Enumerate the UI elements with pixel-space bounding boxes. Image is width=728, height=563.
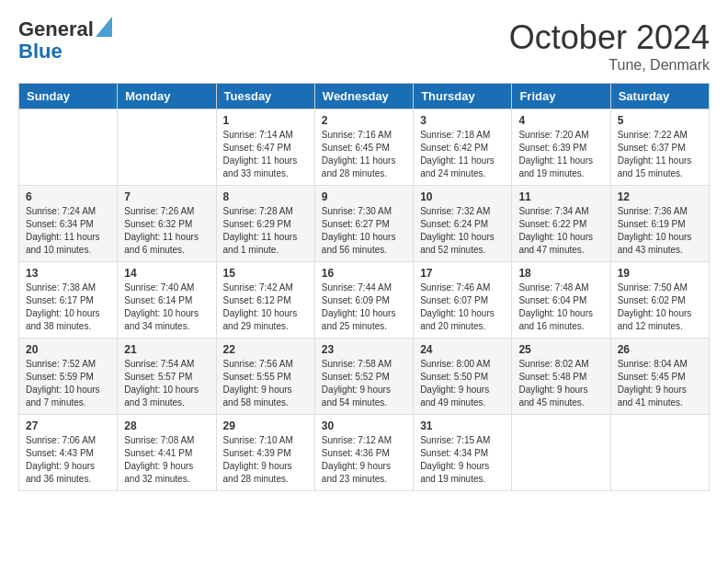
day-number: 13 (26, 267, 110, 280)
day-number: 11 (518, 190, 603, 203)
day-number: 25 (518, 343, 603, 356)
calendar-cell: 19Sunrise: 7:50 AM Sunset: 6:02 PM Dayli… (610, 262, 709, 339)
day-detail: Sunrise: 7:34 AM Sunset: 6:22 PM Dayligh… (518, 205, 603, 257)
calendar-cell: 3Sunrise: 7:18 AM Sunset: 6:42 PM Daylig… (414, 109, 512, 186)
day-number: 8 (223, 190, 308, 203)
day-number: 20 (26, 343, 110, 356)
calendar-week-row: 27Sunrise: 7:06 AM Sunset: 4:43 PM Dayli… (19, 415, 710, 491)
calendar-cell: 28Sunrise: 7:08 AM Sunset: 4:41 PM Dayli… (118, 415, 216, 491)
calendar-cell (512, 415, 610, 491)
calendar-header-saturday: Saturday (610, 84, 709, 109)
calendar-cell: 16Sunrise: 7:44 AM Sunset: 6:09 PM Dayli… (314, 262, 413, 339)
calendar-cell: 24Sunrise: 8:00 AM Sunset: 5:50 PM Dayli… (414, 339, 512, 415)
day-detail: Sunrise: 7:32 AM Sunset: 6:24 PM Dayligh… (420, 205, 505, 257)
day-number: 14 (124, 267, 209, 280)
calendar-header-row: SundayMondayTuesdayWednesdayThursdayFrid… (19, 84, 710, 109)
month-title: October 2024 (509, 18, 710, 57)
day-number: 17 (420, 267, 505, 280)
calendar-week-row: 20Sunrise: 7:52 AM Sunset: 5:59 PM Dayli… (19, 339, 710, 415)
day-detail: Sunrise: 7:56 AM Sunset: 5:55 PM Dayligh… (223, 358, 308, 409)
day-detail: Sunrise: 7:42 AM Sunset: 6:12 PM Dayligh… (223, 282, 308, 333)
calendar-cell: 11Sunrise: 7:34 AM Sunset: 6:22 PM Dayli… (512, 186, 610, 262)
day-detail: Sunrise: 7:26 AM Sunset: 6:32 PM Dayligh… (124, 205, 209, 257)
calendar-cell: 8Sunrise: 7:28 AM Sunset: 6:29 PM Daylig… (216, 186, 314, 262)
day-number: 12 (618, 190, 702, 203)
day-detail: Sunrise: 7:24 AM Sunset: 6:34 PM Dayligh… (26, 205, 110, 257)
day-detail: Sunrise: 7:58 AM Sunset: 5:52 PM Dayligh… (322, 358, 406, 409)
day-number: 15 (223, 267, 308, 280)
calendar-cell: 20Sunrise: 7:52 AM Sunset: 5:59 PM Dayli… (19, 339, 118, 415)
svg-marker-0 (96, 17, 112, 37)
day-number: 31 (420, 419, 505, 432)
day-number: 2 (322, 114, 406, 127)
logo-blue: Blue (18, 40, 63, 63)
calendar-cell: 6Sunrise: 7:24 AM Sunset: 6:34 PM Daylig… (19, 186, 118, 262)
day-number: 7 (124, 190, 209, 203)
day-detail: Sunrise: 8:02 AM Sunset: 5:48 PM Dayligh… (518, 358, 603, 409)
calendar-cell: 13Sunrise: 7:38 AM Sunset: 6:17 PM Dayli… (19, 262, 118, 339)
calendar-cell: 17Sunrise: 7:46 AM Sunset: 6:07 PM Dayli… (414, 262, 512, 339)
day-number: 5 (618, 114, 702, 127)
day-number: 4 (518, 114, 603, 127)
calendar-header-thursday: Thursday (414, 84, 512, 109)
day-number: 1 (223, 114, 308, 127)
day-detail: Sunrise: 7:16 AM Sunset: 6:45 PM Dayligh… (322, 129, 406, 180)
day-detail: Sunrise: 7:54 AM Sunset: 5:57 PM Dayligh… (124, 358, 209, 409)
page-header: General Blue October 2024 Tune, Denmark (18, 18, 710, 74)
day-number: 26 (618, 343, 702, 356)
calendar-cell: 14Sunrise: 7:40 AM Sunset: 6:14 PM Dayli… (118, 262, 216, 339)
day-detail: Sunrise: 7:50 AM Sunset: 6:02 PM Dayligh… (618, 282, 702, 333)
calendar-cell: 25Sunrise: 8:02 AM Sunset: 5:48 PM Dayli… (512, 339, 610, 415)
day-number: 27 (26, 419, 110, 432)
calendar-cell (610, 415, 709, 491)
calendar-week-row: 6Sunrise: 7:24 AM Sunset: 6:34 PM Daylig… (19, 186, 710, 262)
day-detail: Sunrise: 7:30 AM Sunset: 6:27 PM Dayligh… (322, 205, 406, 257)
calendar-cell: 30Sunrise: 7:12 AM Sunset: 4:36 PM Dayli… (314, 415, 413, 491)
calendar-body: 1Sunrise: 7:14 AM Sunset: 6:47 PM Daylig… (19, 109, 710, 491)
day-detail: Sunrise: 7:18 AM Sunset: 6:42 PM Dayligh… (420, 129, 505, 180)
calendar-cell: 27Sunrise: 7:06 AM Sunset: 4:43 PM Dayli… (19, 415, 118, 491)
calendar-cell: 12Sunrise: 7:36 AM Sunset: 6:19 PM Dayli… (610, 186, 709, 262)
title-block: October 2024 Tune, Denmark (509, 18, 710, 74)
calendar-week-row: 13Sunrise: 7:38 AM Sunset: 6:17 PM Dayli… (19, 262, 710, 339)
calendar-table: SundayMondayTuesdayWednesdayThursdayFrid… (18, 83, 710, 491)
logo-general: General (18, 18, 94, 40)
day-number: 29 (223, 419, 308, 432)
day-number: 16 (322, 267, 406, 280)
calendar-cell (19, 109, 118, 186)
day-detail: Sunrise: 7:14 AM Sunset: 6:47 PM Dayligh… (223, 129, 308, 180)
logo-bird-icon (96, 17, 112, 37)
calendar-header-tuesday: Tuesday (216, 84, 314, 109)
day-detail: Sunrise: 8:00 AM Sunset: 5:50 PM Dayligh… (420, 358, 505, 409)
day-number: 3 (420, 114, 505, 127)
day-detail: Sunrise: 7:12 AM Sunset: 4:36 PM Dayligh… (322, 434, 406, 486)
calendar-cell: 9Sunrise: 7:30 AM Sunset: 6:27 PM Daylig… (314, 186, 413, 262)
calendar-header-wednesday: Wednesday (314, 84, 413, 109)
calendar-cell: 23Sunrise: 7:58 AM Sunset: 5:52 PM Dayli… (314, 339, 413, 415)
day-detail: Sunrise: 7:15 AM Sunset: 4:34 PM Dayligh… (420, 434, 505, 486)
day-number: 24 (420, 343, 505, 356)
day-number: 22 (223, 343, 308, 356)
day-number: 10 (420, 190, 505, 203)
calendar-cell: 15Sunrise: 7:42 AM Sunset: 6:12 PM Dayli… (216, 262, 314, 339)
day-detail: Sunrise: 7:44 AM Sunset: 6:09 PM Dayligh… (322, 282, 406, 333)
day-number: 6 (26, 190, 110, 203)
day-detail: Sunrise: 7:36 AM Sunset: 6:19 PM Dayligh… (618, 205, 702, 257)
calendar-cell: 5Sunrise: 7:22 AM Sunset: 6:37 PM Daylig… (610, 109, 709, 186)
day-number: 9 (322, 190, 406, 203)
day-detail: Sunrise: 7:22 AM Sunset: 6:37 PM Dayligh… (618, 129, 702, 180)
calendar-cell: 10Sunrise: 7:32 AM Sunset: 6:24 PM Dayli… (414, 186, 512, 262)
location-subtitle: Tune, Denmark (509, 57, 710, 74)
calendar-cell: 29Sunrise: 7:10 AM Sunset: 4:39 PM Dayli… (216, 415, 314, 491)
day-number: 23 (322, 343, 406, 356)
calendar-cell: 4Sunrise: 7:20 AM Sunset: 6:39 PM Daylig… (512, 109, 610, 186)
calendar-header-monday: Monday (118, 84, 216, 109)
calendar-cell: 18Sunrise: 7:48 AM Sunset: 6:04 PM Dayli… (512, 262, 610, 339)
day-detail: Sunrise: 7:08 AM Sunset: 4:41 PM Dayligh… (124, 434, 209, 486)
day-number: 28 (124, 419, 209, 432)
calendar-cell: 1Sunrise: 7:14 AM Sunset: 6:47 PM Daylig… (216, 109, 314, 186)
day-detail: Sunrise: 7:28 AM Sunset: 6:29 PM Dayligh… (223, 205, 308, 257)
calendar-cell: 2Sunrise: 7:16 AM Sunset: 6:45 PM Daylig… (314, 109, 413, 186)
calendar-header-friday: Friday (512, 84, 610, 109)
day-detail: Sunrise: 7:38 AM Sunset: 6:17 PM Dayligh… (26, 282, 110, 333)
